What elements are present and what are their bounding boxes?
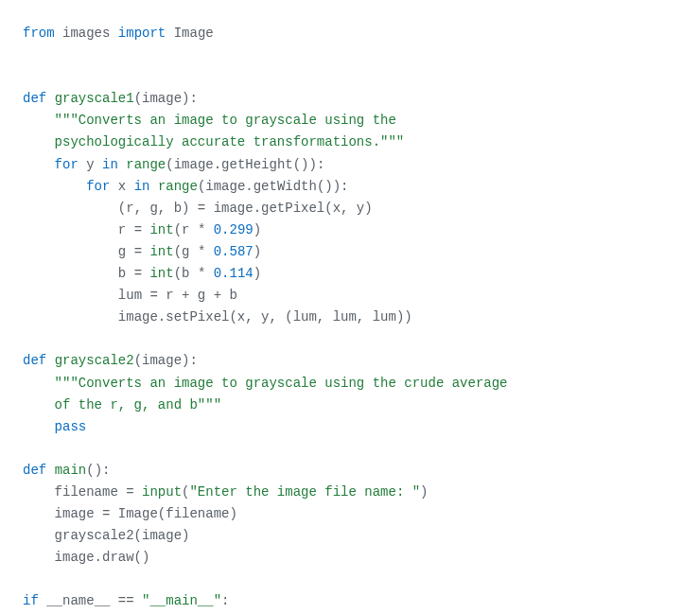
code-text: image.draw() [55,550,150,565]
code-text: : [221,593,229,608]
builtin-range: range [158,179,198,194]
module-name: images [62,26,110,41]
keyword-from: from [23,26,55,41]
params: (): [86,463,110,478]
keyword-for: for [55,157,79,172]
code-text: (b * [174,266,206,281]
keyword-in: in [102,157,118,172]
code-text: (r * [174,222,206,237]
docstring: psychologically accurate transformations… [55,134,405,149]
keyword-if: if [23,593,39,608]
code-text: ) [254,222,261,237]
keyword-def: def [23,353,46,368]
code-text: grayscale2(image) [55,528,190,543]
keyword-def: def [23,91,46,106]
code-text: ) [254,266,261,281]
code-text: image.setPixel(x, y, (lum, lum, lum)) [118,309,412,325]
function-name: grayscale2 [55,353,134,368]
code-text: image = Image(filename) [55,506,237,521]
keyword-for: for [86,179,110,194]
keyword-import: import [118,26,166,41]
code-text: (image.getHeight()): [166,157,324,172]
code-text: __name__ == [46,593,133,608]
code-text: (r, g, b) = image.getPixel(x, y) [118,201,373,216]
builtin-int: int [149,244,173,259]
number: 0.114 [214,266,254,281]
keyword-in: in [134,179,150,194]
code-text: (image.getWidth()): [198,179,349,194]
function-name: grayscale1 [55,91,134,106]
builtin-input: input [142,484,182,500]
builtin-int: int [149,222,173,237]
code-text: filename = [55,484,134,500]
code-text: r = [118,222,142,237]
builtin-int: int [149,266,173,281]
params: (image): [134,353,198,368]
docstring: """Converts an image to grayscale using … [55,113,396,128]
number: 0.587 [214,244,254,259]
code-text: g = [118,244,142,259]
code-text: b = [118,266,142,281]
params: (image): [134,91,198,106]
keyword-def: def [23,463,46,478]
function-name: main [55,463,87,478]
docstring: """Converts an image to grayscale using … [55,376,508,391]
code-text: ) [420,484,428,500]
docstring: of the r, g, and b""" [55,397,221,412]
number: 0.299 [214,222,254,237]
code-text: ) [254,244,261,259]
var: y [86,157,94,172]
code-block: from images import Image def grayscale1(… [23,23,677,614]
var: x [118,179,126,194]
string-literal: "Enter the image file name: " [189,484,420,500]
class-name: Image [174,26,214,41]
code-text: (g * [174,244,206,259]
code-text: lum = r + g + b [118,288,237,303]
keyword-pass: pass [55,419,87,434]
builtin-range: range [126,157,166,172]
string-literal: "__main__" [142,593,221,608]
